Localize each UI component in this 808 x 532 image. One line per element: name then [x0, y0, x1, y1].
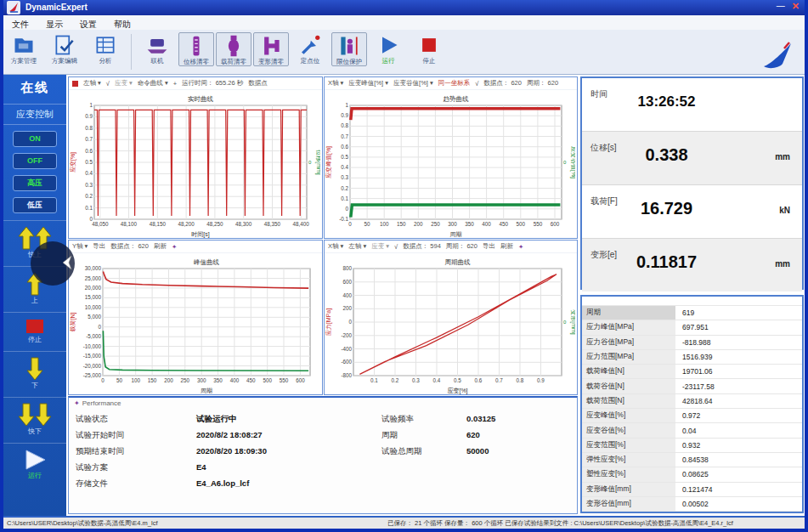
chart-header-item[interactable]: 应变峰值[%] ▾ — [348, 79, 388, 88]
menu-item-3[interactable]: 帮助 — [105, 17, 139, 31]
menu-item-1[interactable]: 显示 — [37, 17, 71, 31]
minimize-button[interactable]: — — [777, 1, 785, 12]
title-bar[interactable]: DynamicExpert — ✕ — [3, 0, 805, 15]
sidebar-button-on[interactable]: ON — [13, 131, 57, 147]
connect-icon — [145, 33, 169, 57]
svg-text:300: 300 — [448, 221, 457, 227]
svg-text:0.4: 0.4 — [433, 377, 441, 383]
table-row[interactable]: 应变谷值[%]0.04 — [582, 423, 802, 438]
table-row[interactable]: 应力范围[MPa]1516.939 — [582, 350, 802, 365]
jog-double-down-button[interactable]: 快下 — [3, 397, 66, 436]
table-row[interactable]: 应变峰值[%]0.972 — [582, 409, 802, 423]
svg-text:0: 0 — [89, 216, 93, 222]
table-row[interactable]: 应力谷值[MPa]-818.988 — [582, 336, 802, 350]
chart-header-item[interactable]: 周期： 620 — [446, 242, 477, 251]
toolbar-button-plan-edit[interactable]: 方案编辑 — [45, 32, 84, 65]
chart-header-item[interactable]: 应变谷值[%] ▾ — [393, 79, 433, 88]
table-row[interactable]: 变形幅度[mm]0.116453 — [582, 512, 802, 513]
jog-play-button[interactable]: 运行 — [3, 443, 66, 480]
chart-header-item[interactable]: X轴 ▾ — [328, 79, 343, 88]
perf-value: 2020/8/20 18:09:30 — [196, 444, 267, 458]
svg-text:变形[mm]: 变形[mm] — [570, 308, 575, 335]
chart-header-item[interactable]: ✦ — [518, 243, 523, 251]
toolbar-button-analysis[interactable]: 分析 — [86, 32, 125, 65]
cursor-icon — [61, 255, 73, 270]
toolbar-button-stop[interactable]: 停止 — [410, 32, 449, 65]
chart-header-item[interactable]: ✦ — [172, 243, 177, 251]
toolbar-button-connect[interactable]: 联机 — [138, 32, 177, 65]
chart-header-item[interactable]: 左轴 ▾ — [83, 79, 101, 88]
chart-header-item[interactable]: 应变 ▾ — [371, 242, 389, 251]
chart-header-item[interactable]: 数据点： 594 — [403, 242, 441, 251]
toolbar-button-run[interactable]: 运行 — [369, 32, 408, 65]
svg-text:0.3: 0.3 — [341, 174, 348, 180]
table-row[interactable]: 载荷谷值[N]-23117.58 — [582, 379, 802, 393]
chart-header-item[interactable]: √ — [475, 80, 478, 88]
chart-header-item[interactable]: 周期： 620 — [527, 79, 558, 88]
status-bar: C:\Users\USER\Desktop\试验数据-高温低周\E4.m_lcf… — [3, 516, 805, 529]
svg-text:周期曲线: 周期曲线 — [445, 258, 472, 266]
svg-text:0.5: 0.5 — [454, 377, 461, 383]
chart-header-item[interactable]: 数据点： 620 — [110, 242, 149, 251]
chart-header-item[interactable]: 左轴 ▾ — [348, 242, 366, 251]
chart-header-item[interactable]: 运行时间： 655.26 秒 — [182, 79, 243, 88]
chart-header-item[interactable]: 导出 — [483, 242, 495, 251]
svg-text:25,000: 25,000 — [85, 275, 102, 281]
chart-header-item[interactable]: 刷新 — [154, 242, 167, 251]
table-row[interactable]: 载荷范围[N]42818.64 — [582, 394, 802, 409]
table-row[interactable]: 变形峰值[mm]0.121474 — [582, 483, 802, 497]
chart-header-item[interactable]: + — [173, 80, 177, 88]
chart-header-item[interactable]: 应变 ▾ — [115, 79, 133, 88]
peak-chart[interactable]: 05010015020025030035040045050055060030,0… — [69, 253, 320, 394]
perf-label: 周期 — [381, 427, 398, 442]
toolbar-button-disp-zero[interactable]: 位移清零 — [178, 32, 214, 66]
chart-header-item[interactable]: √ — [394, 243, 398, 251]
table-row-value: 0.00502 — [675, 500, 709, 508]
chart-header-item[interactable]: X轴 ▾ — [328, 242, 343, 251]
table-row[interactable]: 弹性应变[%]0.84538 — [582, 453, 802, 467]
chart-header-item[interactable]: 同一坐标系 — [438, 79, 471, 88]
table-row[interactable]: 应力峰值[MPa]697.951 — [582, 320, 802, 335]
jog-down-button[interactable]: 下 — [3, 351, 66, 390]
table-header-spacer — [582, 297, 802, 306]
table-row-value: 19701.06 — [675, 367, 712, 376]
menu-item-2[interactable]: 设置 — [71, 17, 105, 31]
svg-text:实时曲线: 实时曲线 — [188, 95, 214, 103]
toolbar-label: 方案编辑 — [45, 57, 84, 65]
chart-header-item[interactable]: 导出 — [93, 242, 105, 251]
table-row[interactable]: 应变范围[%]0.932 — [582, 439, 802, 453]
svg-text:-10,000: -10,000 — [83, 343, 102, 349]
table-row-value: 42818.64 — [675, 397, 712, 405]
chart-header-item[interactable]: 数据点 — [248, 79, 268, 88]
jog-stop-square-button[interactable]: 停止 — [3, 312, 66, 344]
toolbar-button-deform-zero[interactable]: 变形清零 — [253, 32, 289, 66]
toolbar-button-plan-manage[interactable]: 方案管理 — [4, 32, 43, 65]
sidebar-button-off[interactable]: OFF — [13, 153, 57, 169]
table-row[interactable]: 周期619 — [582, 306, 802, 320]
trend-chart[interactable]: 05010015020025030035040045050055060010.9… — [325, 90, 575, 238]
svg-text:-0.1: -0.1 — [339, 216, 348, 222]
toolbar-button-set-point[interactable]: 定点位 — [291, 32, 330, 65]
close-button[interactable]: ✕ — [792, 1, 800, 12]
sidebar-button-低压[interactable]: 低压 — [13, 197, 57, 213]
chart-panel-realtime: 左轴 ▾√应变 ▾命令曲线 ▾+运行时间： 655.26 秒数据点 48,050… — [68, 76, 323, 239]
svg-text:0: 0 — [98, 324, 101, 330]
toolbar-button-limit-protect[interactable]: 限位保护 — [331, 32, 367, 66]
table-row-value: 697.951 — [675, 323, 709, 331]
sidebar-button-高压[interactable]: 高压 — [13, 175, 57, 191]
toolbar-button-load-zero[interactable]: 载荷清零 — [216, 32, 251, 66]
table-row-label: 变形谷值[mm] — [582, 497, 675, 511]
hysteresis-chart[interactable]: 0.10.20.30.40.50.60.70.80.98006004002000… — [325, 253, 575, 394]
chart-header-item[interactable]: 刷新 — [500, 242, 513, 251]
chart-header-item[interactable]: √ — [106, 80, 110, 88]
chart-header-item[interactable]: 数据点： 620 — [483, 79, 522, 88]
chart-header-item[interactable]: 命令曲线 ▾ — [138, 79, 168, 88]
table-row[interactable]: 塑性应变[%]0.08625 — [582, 467, 802, 482]
realtime-chart[interactable]: 48,05048,10048,15048,20048,25048,30048,3… — [69, 90, 320, 238]
chart-header-item[interactable]: Y轴 ▾ — [72, 242, 88, 251]
menu-item-0[interactable]: 文件 — [3, 17, 37, 31]
svg-text:200: 200 — [414, 221, 423, 227]
table-row[interactable]: 载荷峰值[N]19701.06 — [582, 365, 802, 379]
table-row[interactable]: 变形谷值[mm]0.00502 — [582, 497, 802, 512]
plan-manage-icon — [12, 33, 36, 57]
